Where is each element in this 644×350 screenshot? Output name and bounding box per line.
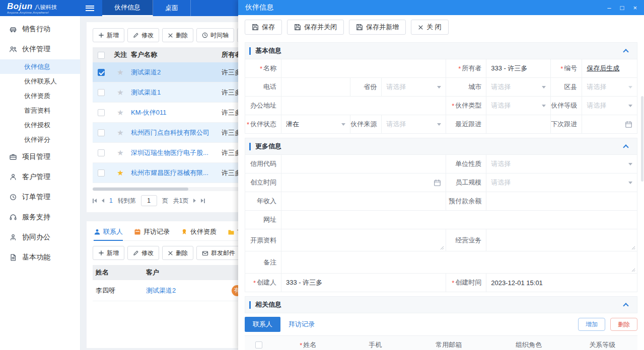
star-icon[interactable] xyxy=(110,88,131,97)
tab-visit-records[interactable]: 拜访记录 xyxy=(134,227,170,236)
credit-code-field[interactable] xyxy=(281,155,446,173)
address-input[interactable] xyxy=(286,97,441,115)
star-icon[interactable] xyxy=(110,148,131,157)
row-checkbox[interactable] xyxy=(98,149,105,156)
province-select[interactable]: 请选择 xyxy=(382,78,446,97)
website-field[interactable] xyxy=(281,211,637,229)
resize-handle-icon[interactable] xyxy=(630,267,635,272)
close-button[interactable]: 关 闭 xyxy=(411,20,449,35)
sidebar-item-partner-score[interactable]: 伙伴评分 xyxy=(0,132,80,147)
sidebar-item-first-sale-docs[interactable]: 首营资料 xyxy=(0,103,80,118)
sidebar-item-customer-mgmt[interactable]: 客户管理 xyxy=(0,167,80,187)
customer-link[interactable]: 测试渠道2 xyxy=(146,286,229,295)
last-page-button[interactable] xyxy=(201,199,205,203)
add-button[interactable]: 新增 xyxy=(93,28,124,42)
business-scope-textarea[interactable] xyxy=(486,229,637,251)
related-add-button[interactable]: 增加 xyxy=(578,318,605,331)
resize-handle-icon[interactable] xyxy=(439,245,444,250)
row-checkbox[interactable] xyxy=(98,89,105,96)
partner-level-select[interactable]: 请选择 xyxy=(582,97,637,115)
minimize-icon[interactable]: – xyxy=(607,5,611,11)
partner-name-link[interactable]: KM-伙伴011 xyxy=(131,108,222,117)
vertical-scrollbar-thumb[interactable] xyxy=(641,96,643,182)
phone-field[interactable] xyxy=(281,78,350,97)
partner-source-select[interactable]: 请选择 xyxy=(382,115,446,134)
page-number-input[interactable] xyxy=(141,195,157,206)
sidebar-item-sales-action[interactable]: 销售行动 xyxy=(0,19,80,39)
timeline-button[interactable]: 时间轴 xyxy=(196,28,234,42)
staff-size-select[interactable]: 请选择 xyxy=(486,173,637,192)
sidebar-item-project-mgmt[interactable]: 项目管理 xyxy=(0,147,80,167)
save-and-close-button[interactable]: 保存并关闭 xyxy=(287,20,344,35)
unit-nature-select[interactable]: 请选择 xyxy=(486,155,637,173)
tab-partner-info[interactable]: 伙伴信息 xyxy=(102,0,153,16)
edit-button[interactable]: 修改 xyxy=(127,246,159,260)
select-all-checkbox[interactable] xyxy=(255,341,262,348)
star-icon[interactable] xyxy=(110,108,131,117)
partner-name-link[interactable]: 深圳迈瑞生物医疗电子股... xyxy=(131,148,222,157)
related-remove-button[interactable]: 删除 xyxy=(610,318,637,331)
name-input[interactable] xyxy=(286,59,441,77)
sidebar-item-collaboration[interactable]: 协同办公 xyxy=(0,227,80,247)
collapse-chevron-icon[interactable] xyxy=(623,144,628,150)
partner-name-link[interactable]: 杭州西门点自科技有限公司 xyxy=(131,128,222,137)
next-follow-date[interactable] xyxy=(582,115,637,134)
prev-page-button[interactable] xyxy=(102,199,104,203)
city-select[interactable]: 请选择 xyxy=(486,78,551,97)
resize-handle-icon[interactable] xyxy=(630,245,635,250)
row-checkbox[interactable] xyxy=(98,109,105,116)
add-button[interactable]: 新增 xyxy=(93,246,124,260)
select-all-checkbox[interactable] xyxy=(98,52,105,59)
partner-status-select[interactable]: 潜在 xyxy=(281,115,350,134)
star-icon[interactable] xyxy=(110,68,131,77)
sidebar-item-service-support[interactable]: 服务支持 xyxy=(0,207,80,227)
row-checkbox[interactable] xyxy=(98,169,105,177)
sidebar-item-order-mgmt[interactable]: 订单管理 xyxy=(0,187,80,207)
partner-name-link[interactable]: 测试渠道1 xyxy=(131,88,222,97)
credit-code-input[interactable] xyxy=(286,155,441,173)
save-and-new-button[interactable]: 保存并新增 xyxy=(349,20,406,35)
name-field[interactable] xyxy=(281,59,446,78)
remark-textarea[interactable] xyxy=(281,251,637,274)
address-field[interactable] xyxy=(281,97,446,115)
partner-type-select[interactable]: 请选择 xyxy=(486,97,551,115)
star-icon[interactable] xyxy=(110,168,131,178)
maximize-icon[interactable]: □ xyxy=(620,5,624,11)
current-page-number[interactable]: 1 xyxy=(109,197,113,204)
tab-partner-qualification[interactable]: 伙伴资质 xyxy=(181,227,217,236)
next-page-button[interactable] xyxy=(193,199,196,203)
tab-desktop[interactable]: 桌面 xyxy=(153,0,191,16)
delete-button[interactable]: 删除 xyxy=(162,246,193,260)
menu-toggle-icon[interactable] xyxy=(86,6,94,11)
partner-name-link[interactable]: 测试渠道2 xyxy=(131,68,222,77)
annual-income-field[interactable] xyxy=(281,192,446,211)
related-tab-visit-records[interactable]: 拜访记录 xyxy=(280,317,323,332)
collapse-chevron-icon[interactable] xyxy=(623,49,628,54)
sidebar-item-partner-qualification[interactable]: 伙伴资质 xyxy=(0,89,80,103)
owner-field[interactable]: 333 - 许三多 xyxy=(486,59,551,78)
row-checkbox[interactable] xyxy=(98,69,105,76)
first-page-button[interactable] xyxy=(93,199,97,203)
horizontal-scrollbar-thumb[interactable] xyxy=(93,188,188,191)
partner-name-link[interactable]: 杭州市耀昌医疗器械有限... xyxy=(131,168,222,178)
close-icon[interactable]: × xyxy=(633,5,637,11)
sidebar-item-partner-authorization[interactable]: 伙伴授权 xyxy=(0,118,80,132)
edit-button[interactable]: 修改 xyxy=(127,28,159,42)
row-checkbox[interactable] xyxy=(98,129,105,136)
annual-income-input[interactable] xyxy=(286,192,441,210)
save-button[interactable]: 保存 xyxy=(245,20,282,35)
tab-contacts[interactable]: 联系人 xyxy=(94,227,123,236)
mass-mail-button[interactable]: 群发邮件 xyxy=(196,246,241,260)
founded-time-date[interactable] xyxy=(281,173,446,192)
star-icon[interactable] xyxy=(110,128,131,137)
sidebar-item-partner-mgmt[interactable]: 伙伴管理 xyxy=(0,39,80,59)
invoice-info-textarea[interactable] xyxy=(281,229,446,251)
sidebar-item-basic-functions[interactable]: 基本功能 xyxy=(0,247,80,268)
collapse-chevron-icon[interactable] xyxy=(623,303,628,308)
sidebar-item-partner-contacts[interactable]: 伙伴联系人 xyxy=(0,74,80,89)
related-tab-contacts[interactable]: 联系人 xyxy=(245,317,280,332)
delete-button[interactable]: 删除 xyxy=(162,28,193,42)
sidebar-item-partner-info[interactable]: 伙伴信息 xyxy=(0,59,80,74)
website-input[interactable] xyxy=(286,211,632,229)
phone-input[interactable] xyxy=(286,78,345,96)
